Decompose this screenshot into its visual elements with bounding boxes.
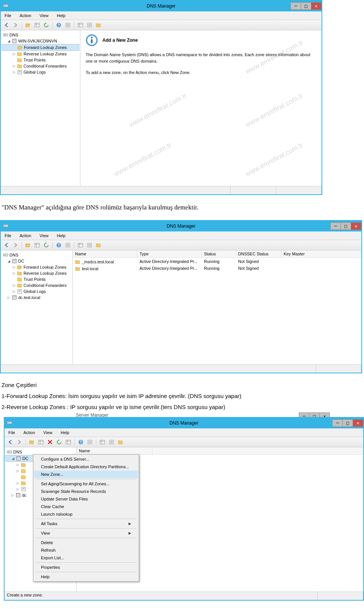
show-hide-tree-button[interactable]	[37, 438, 45, 446]
tree-server[interactable]: ◢DC	[2, 258, 72, 264]
column-name[interactable]: Name	[73, 250, 137, 257]
menu-view[interactable]: View	[39, 430, 56, 436]
menu-action[interactable]: Action	[16, 13, 35, 19]
close-button[interactable]: ✕	[353, 419, 363, 427]
delete-button[interactable]	[46, 438, 54, 446]
menu-item-view[interactable]: View▶	[34, 529, 138, 537]
expander-icon[interactable]: ▷	[16, 463, 20, 467]
back-button[interactable]	[6, 438, 14, 446]
menu-item-launch-nslookup[interactable]: Launch nslookup	[34, 510, 138, 518]
tree-item-reverse-lookup-zones[interactable]: ▷Reverse Lookup Zones	[2, 51, 79, 57]
titlebar[interactable]: DNS Manager ─ □ ✕	[1, 221, 361, 231]
expander-icon[interactable]: ▷	[12, 70, 16, 74]
help-button[interactable]	[55, 241, 63, 249]
help-button[interactable]	[77, 438, 85, 446]
show-hide-tree-button[interactable]	[33, 241, 41, 249]
list-header[interactable]: Name	[77, 447, 363, 455]
maximize-button[interactable]: □	[340, 222, 351, 230]
up-button[interactable]	[28, 438, 36, 446]
view-button-2[interactable]	[85, 241, 94, 249]
back-button[interactable]	[2, 21, 11, 29]
list-body[interactable]: _msdcs.test.local Active Directory-Integ…	[73, 258, 361, 364]
menu-item-help[interactable]: Help	[34, 573, 138, 581]
maximize-button[interactable]: □	[342, 419, 353, 427]
up-button[interactable]	[24, 241, 32, 249]
tree-item-trust-points[interactable]: Trust Points	[2, 276, 72, 282]
tree-item-conditional-forwarders[interactable]: ▷Conditional Forwarders	[2, 282, 72, 288]
refresh-button[interactable]	[42, 241, 50, 249]
menu-item-new-zone[interactable]: New Zone...	[34, 471, 138, 478]
menu-item-properties[interactable]: Properties	[34, 563, 138, 571]
expander-icon[interactable]: ▷	[12, 52, 16, 56]
minimize-button[interactable]: ─	[330, 222, 341, 230]
close-button[interactable]: ✕	[311, 2, 322, 10]
menu-file[interactable]: File	[1, 13, 15, 19]
tree-item-dc-test-local[interactable]: ▷dc.test.local	[2, 294, 72, 301]
context-menu[interactable]: Configure a DNS Server... Create Default…	[33, 454, 139, 582]
menu-item-clear-cache[interactable]: Clear Cache	[34, 503, 138, 510]
column-type[interactable]: Type	[137, 250, 202, 257]
menu-help[interactable]: Help	[53, 13, 69, 19]
view-button-3[interactable]	[94, 241, 103, 249]
view-button-1[interactable]	[98, 438, 107, 446]
column-name[interactable]: Name	[77, 447, 152, 454]
menu-action[interactable]: Action	[16, 233, 35, 239]
view-button-1[interactable]	[76, 241, 85, 249]
expander-icon[interactable]: ▷	[12, 271, 16, 275]
menu-action[interactable]: Action	[20, 430, 39, 436]
properties-button[interactable]	[64, 241, 72, 249]
tree-item-global-logs[interactable]: ▷Global Logs	[2, 288, 72, 294]
expander-icon[interactable]: ▷	[11, 493, 14, 497]
titlebar[interactable]: DNS Manager ─ □ ✕	[1, 1, 322, 11]
expander-icon[interactable]: ◢	[7, 259, 11, 263]
expander-icon[interactable]: ▷	[12, 265, 16, 269]
menu-view[interactable]: View	[36, 233, 52, 239]
column-keymaster[interactable]: Key Master	[281, 250, 361, 257]
menu-item-create-default-partitions[interactable]: Create Default Application Directory Par…	[34, 463, 138, 471]
column-dnssec[interactable]: DNSSEC Status	[236, 250, 281, 257]
tree-root-dns[interactable]: DNS	[2, 252, 72, 258]
minimize-button[interactable]: ─	[290, 2, 301, 10]
menu-item-configure-dns-server[interactable]: Configure a DNS Server...	[34, 455, 138, 463]
tree-server[interactable]: ◢WIN-5VKJ6CD9NVN	[2, 38, 79, 44]
tree-item-forward-lookup-zones[interactable]: Forward Lookup Zones	[2, 44, 79, 51]
menu-item-all-tasks[interactable]: All Tasks▶	[34, 520, 138, 527]
tree-item-forward-lookup-zones[interactable]: ▷Forward Lookup Zones	[2, 264, 72, 270]
tree-pane[interactable]: DNS ◢DC ▷Forward Lookup Zones ▷Reverse L…	[1, 250, 73, 364]
list-row[interactable]: _msdcs.test.local Active Directory-Integ…	[73, 258, 361, 265]
show-hide-tree-button[interactable]	[33, 21, 41, 29]
column-status[interactable]: Status	[202, 250, 236, 257]
tree-item-trust-points[interactable]: Trust Points	[2, 57, 79, 63]
help-button[interactable]	[55, 21, 63, 29]
maximize-button[interactable]: □	[301, 2, 311, 10]
expander-icon[interactable]: ◢	[7, 39, 11, 43]
titlebar[interactable]: DNS Manager ─ □ ✕	[5, 418, 363, 428]
tree-item-reverse-lookup-zones[interactable]: ▷Reverse Lookup Zones	[2, 270, 72, 276]
view-button-2[interactable]	[107, 438, 116, 446]
menu-item-delete[interactable]: Delete	[34, 539, 138, 546]
view-button-3[interactable]	[94, 21, 103, 29]
view-button-2[interactable]	[85, 21, 94, 29]
menu-item-scavenge[interactable]: Scavenge Stale Resource Records	[34, 488, 138, 495]
up-button[interactable]	[24, 21, 32, 29]
properties-button[interactable]	[86, 438, 94, 446]
menu-help[interactable]: Help	[53, 233, 69, 239]
menu-item-refresh[interactable]: Refresh	[34, 546, 138, 554]
list-row[interactable]: test.local Active Directory-Integrated P…	[73, 265, 361, 272]
back-button[interactable]	[2, 241, 11, 249]
menu-item-export-list[interactable]: Export List...	[34, 554, 138, 562]
menu-item-set-aging[interactable]: Set Aging/Scavenging for All Zones...	[34, 480, 138, 488]
expander-icon[interactable]: ▷	[12, 64, 16, 68]
expander-icon[interactable]: ▷	[16, 481, 20, 485]
menu-file[interactable]: File	[5, 430, 19, 436]
expander-icon[interactable]: ▷	[12, 283, 16, 287]
forward-button[interactable]	[15, 438, 24, 446]
forward-button[interactable]	[11, 21, 20, 29]
refresh-button[interactable]	[42, 21, 50, 29]
refresh-button[interactable]	[55, 438, 63, 446]
expander-icon[interactable]: ▷	[16, 469, 20, 473]
expander-icon[interactable]: ▷	[12, 290, 16, 293]
menu-help[interactable]: Help	[57, 430, 73, 436]
tree-item-conditional-forwarders[interactable]: ▷Conditional Forwarders	[2, 63, 79, 69]
properties-button[interactable]	[64, 21, 72, 29]
